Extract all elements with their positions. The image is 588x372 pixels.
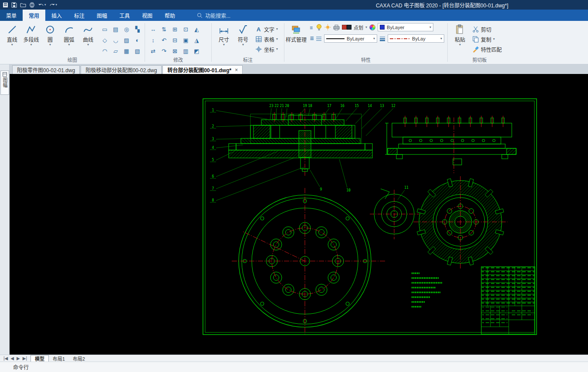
draw-tool-icon[interactable]: ◡ <box>110 35 121 46</box>
nav-next-icon[interactable]: ▶ <box>17 356 20 361</box>
layer-dropdown[interactable]: ByLayer ▾ <box>378 23 433 31</box>
dropdown-caret-icon[interactable]: ▾ <box>49 43 51 47</box>
modify-tool-icon[interactable]: ◩ <box>191 46 202 57</box>
polyline-tool-button[interactable]: 多段线 ▾ <box>22 23 41 57</box>
dropdown-caret-icon[interactable]: ▾ <box>242 43 244 47</box>
cut-button[interactable]: 剪切 <box>472 25 502 34</box>
linetype-dropdown[interactable]: ByLayer ▾ <box>324 34 377 43</box>
layout2-tab[interactable]: 布局2 <box>69 355 89 362</box>
draw-tool-icon[interactable]: ▱ <box>110 46 121 57</box>
current-color-name[interactable]: 点划 <box>354 24 363 31</box>
color-chip-icon[interactable] <box>342 23 351 31</box>
curve-tool-button[interactable]: 曲线 ▾ <box>78 23 98 57</box>
save-icon[interactable] <box>11 2 17 8</box>
dropdown-caret-icon[interactable]: ▾ <box>223 43 225 47</box>
modify-tool-icon[interactable]: ↔ <box>148 24 159 35</box>
tab-view[interactable]: 视图 <box>136 10 159 21</box>
app-icon[interactable] <box>3 2 8 8</box>
modify-tool-icon[interactable]: ▣ <box>180 35 191 46</box>
layer-list-icon[interactable]: ≡ <box>310 25 314 31</box>
undo-caret-icon[interactable]: ▾ <box>44 3 46 7</box>
tab-menu[interactable]: 菜单 <box>0 10 23 21</box>
tab-annotate[interactable]: 标注 <box>68 10 91 21</box>
modify-tool-icon[interactable]: ⇄ <box>148 46 159 57</box>
dropdown-caret-icon[interactable]: ▾ <box>68 43 70 47</box>
open-icon[interactable] <box>20 2 26 8</box>
tab-common[interactable]: 常用 <box>23 10 45 21</box>
nav-prev-icon[interactable]: ◀ <box>10 356 14 361</box>
match-properties-button[interactable]: 特性匹配 <box>472 45 502 54</box>
doc-tab-3-active[interactable]: 转台部分装配图00-01.dwg* × <box>162 65 243 74</box>
function-search[interactable]: 功能搜索... <box>197 10 230 21</box>
table-tool-button[interactable]: 表格 ▾ <box>255 35 278 44</box>
redo-caret-icon[interactable]: ▾ <box>56 3 57 7</box>
undo-icon[interactable]: ▾ <box>38 2 46 7</box>
linewidth-dropdown[interactable]: ByLay ▾ <box>388 34 444 43</box>
linetype-list-icon[interactable] <box>316 36 322 41</box>
drawing-canvas[interactable]: 1 2 3 4 5 6 7 8 23 22 21 20 19 18 17 16 … <box>10 74 588 355</box>
modify-tool-icon[interactable]: ⊠ <box>169 46 180 57</box>
nav-last-icon[interactable]: ▶| <box>23 356 27 361</box>
printer-icon[interactable] <box>333 24 340 30</box>
sheet-panel-tab[interactable]: 图幅 <box>0 70 9 95</box>
layout1-tab[interactable]: 布局1 <box>49 355 69 362</box>
modify-tool-icon[interactable]: ↷ <box>159 46 169 57</box>
close-tab-icon[interactable]: × <box>235 67 238 73</box>
dropdown-caret-icon[interactable]: ▾ <box>365 26 367 29</box>
sun-icon[interactable] <box>324 24 331 30</box>
modify-tool-icon[interactable]: ◮ <box>191 35 202 46</box>
dimension-tool-button[interactable]: 尺寸 ▾ <box>214 23 233 54</box>
nav-first-icon[interactable]: |◀ <box>3 356 8 361</box>
line-list-icon[interactable]: ≣ <box>310 35 314 41</box>
draw-tool-icon[interactable]: ◇ <box>99 35 110 46</box>
dropdown-caret-icon[interactable]: ▾ <box>276 27 278 31</box>
modify-tool-icon[interactable]: ▥ <box>180 46 191 57</box>
dropdown-caret-icon[interactable]: ▾ <box>459 43 461 47</box>
modify-tool-icon[interactable]: ⊞ <box>169 24 180 35</box>
modify-tool-icon[interactable]: ⇅ <box>159 24 169 35</box>
modify-tool-icon[interactable]: ↶ <box>159 35 169 46</box>
draw-tool-icon[interactable]: ▭ <box>99 24 110 35</box>
modify-tool-icon[interactable]: ⊟ <box>169 35 180 46</box>
doc-tab-1[interactable]: 阳极零件图00-02-01.dwg <box>12 65 80 74</box>
color-wheel-icon[interactable] <box>369 24 375 30</box>
line-tool-button[interactable]: 直线 ▾ <box>3 23 22 57</box>
style-manager-button[interactable]: 样式管理 <box>284 23 308 43</box>
copy-button[interactable]: 复制 ▾ <box>472 35 502 44</box>
arc-tool-button[interactable]: 圆弧 ▾ <box>60 23 79 57</box>
dropdown-caret-icon[interactable]: ▾ <box>276 47 278 51</box>
draw-tool-icon[interactable]: ◎ <box>121 24 132 35</box>
draw-tool-icon[interactable]: ▚ <box>132 24 143 35</box>
bulb-icon[interactable] <box>316 24 322 31</box>
circle-tool-button[interactable]: 圆 ▾ <box>41 23 60 57</box>
coordinate-icon <box>255 46 262 53</box>
paste-button[interactable]: 粘贴 ▾ <box>450 23 470 54</box>
command-line[interactable]: 命令行 <box>0 362 588 372</box>
modify-tool-icon[interactable]: ◭ <box>191 24 202 35</box>
draw-tool-icon[interactable]: ▧ <box>132 46 143 57</box>
dropdown-caret-icon[interactable]: ▾ <box>87 43 89 47</box>
draw-tool-icon[interactable]: ◠ <box>99 46 110 57</box>
dropdown-caret-icon[interactable]: ▾ <box>30 43 32 47</box>
tab-help[interactable]: 帮助 <box>159 10 181 21</box>
draw-tool-icon[interactable]: ▤ <box>110 24 121 35</box>
text-tool-button[interactable]: A 文字 ▾ <box>255 25 278 34</box>
symbol-tool-button[interactable]: 符号 ▾ <box>233 23 253 54</box>
print-icon[interactable] <box>29 2 35 8</box>
redo-icon[interactable]: ▾ <box>49 2 57 7</box>
tab-tools[interactable]: 工具 <box>113 10 136 21</box>
doc-tab-2[interactable]: 阳极移动部分装配图00-02.dwg <box>81 65 162 74</box>
modify-tool-icon[interactable]: ↕ <box>148 35 159 46</box>
coordinate-tool-button[interactable]: 坐标 ▾ <box>255 45 278 54</box>
modify-tool-icon[interactable]: ⊡ <box>180 24 191 35</box>
linewidth-list-icon[interactable] <box>379 36 385 41</box>
tab-sheet[interactable]: 图幅 <box>91 10 113 21</box>
draw-tool-icon[interactable]: ▨ <box>121 35 132 46</box>
draw-tool-icon[interactable]: ▦ <box>121 46 132 57</box>
dropdown-caret-icon[interactable]: ▾ <box>11 43 13 47</box>
dropdown-caret-icon[interactable]: ▾ <box>493 37 495 41</box>
model-tab[interactable]: 模型 <box>30 355 49 362</box>
tab-insert[interactable]: 插入 <box>45 10 68 21</box>
draw-tool-icon[interactable]: ◐ <box>132 35 143 46</box>
dropdown-caret-icon[interactable]: ▾ <box>276 37 278 41</box>
